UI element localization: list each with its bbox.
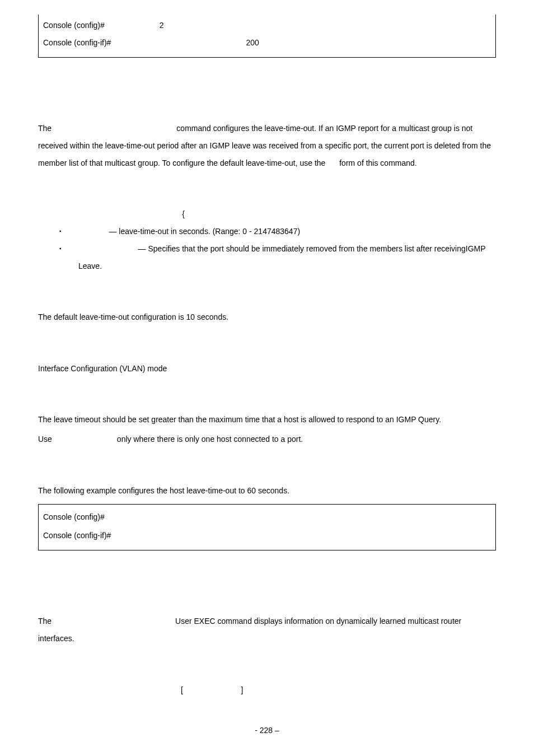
subhead-guidelines: User Guidelines — [38, 391, 496, 408]
section-heading: 5.11.5 ip igmp snooping leave-time-out — [38, 97, 496, 118]
subhead-syntax: Syntax — [38, 185, 496, 202]
cmd-hidden: interface vlan — [107, 21, 157, 30]
code-line: Console (config-if)# ip igmp snooping le… — [43, 526, 491, 545]
syntax-cmd: ip igmp snooping leave-time-out — [59, 209, 180, 218]
paragraph: The default leave-time-out configuration… — [38, 309, 496, 326]
text: form of this command. — [337, 158, 416, 167]
param-name: time-out — [78, 227, 107, 236]
cmd-hidden: ip igmp snooping mrouter-time-out — [113, 38, 243, 47]
prompt: Console (config)# — [43, 21, 107, 30]
subhead-mode: Command Mode — [38, 339, 496, 357]
paragraph: Interface Configuration (VLAN) mode — [38, 360, 496, 377]
syntax-line: show ip igmp snooping mrouter [interface… — [59, 682, 496, 699]
keyword-no: no — [327, 158, 337, 167]
syntax-cmd: show ip igmp snooping mrouter — [59, 685, 179, 694]
page-footer: - 228 – — [0, 722, 534, 739]
section-heading: 5.11.6 show ip igmp snooping mrouter — [38, 590, 496, 610]
subhead-example: Example — [38, 461, 496, 479]
syntax-arg: vlan-id — [216, 685, 241, 694]
arg: 200 — [244, 38, 259, 47]
keyword: immediate leave — [54, 435, 115, 444]
bracket: [ — [179, 685, 183, 694]
paragraph: The show ip igmp snooping mrouter User E… — [38, 613, 496, 647]
list-item: immediate-leave — Specifies that the por… — [59, 240, 496, 275]
text: only where there is only one host connec… — [115, 435, 303, 444]
text: The — [38, 617, 54, 626]
paragraph: The following example configures the hos… — [38, 482, 496, 500]
cmd-name: ip igmp snooping leave-time-out — [54, 124, 174, 133]
arg: 2 — [157, 21, 164, 30]
code-block-top: Console (config)# interface vlan 2 Conso… — [38, 15, 496, 58]
code-block-example: Console (config)# interface vlan 2 Conso… — [38, 504, 496, 550]
cmd-name: show ip igmp snooping mrouter — [54, 617, 173, 626]
syntax-args: time-out | immediate-leave} — [185, 209, 279, 218]
cmd-hidden: interface vlan 2 — [107, 512, 164, 521]
brace: { — [180, 209, 185, 218]
prompt: Console (config)# — [43, 512, 107, 521]
prompt: Console (config-if)# — [43, 531, 113, 540]
subhead-syntax: Syntax — [38, 661, 496, 678]
code-line: Console (config)# interface vlan 2 — [43, 508, 491, 527]
param-name: immediate-leave — [78, 244, 136, 253]
text: Use — [38, 435, 54, 444]
param-desc: — leave-time-out in seconds. (Range: 0 -… — [107, 227, 301, 236]
code-line: Console (config-if)# ip igmp snooping mr… — [43, 34, 491, 52]
param-desc: — Specifies that the port should be imme… — [78, 244, 485, 270]
list-item: time-out — leave-time-out in seconds. (R… — [59, 223, 496, 240]
syntax-kw: interface — [183, 685, 216, 694]
code-line: Console (config)# interface vlan 2 — [43, 17, 491, 34]
param-list: time-out — leave-time-out in seconds. (R… — [59, 223, 496, 274]
prompt: Console (config-if)# — [43, 38, 113, 47]
bracket: ] — [241, 685, 243, 694]
paragraph: Use immediate leave only where there is … — [38, 431, 496, 448]
text: The — [38, 124, 54, 133]
paragraph: The leave timeout should be set greater … — [38, 411, 496, 428]
cmd-hidden: ip igmp snooping leave-time-out 60 — [113, 531, 245, 540]
paragraph: The ip igmp snooping leave-time-out comm… — [38, 120, 496, 171]
subhead-default: Default Configuration — [38, 288, 496, 305]
syntax-line: ip igmp snooping leave-time-out {time-ou… — [59, 206, 496, 223]
